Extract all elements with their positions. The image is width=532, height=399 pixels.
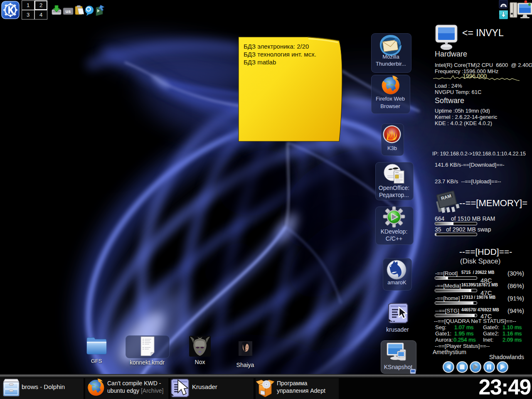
svg-text:us: us <box>66 9 71 14</box>
